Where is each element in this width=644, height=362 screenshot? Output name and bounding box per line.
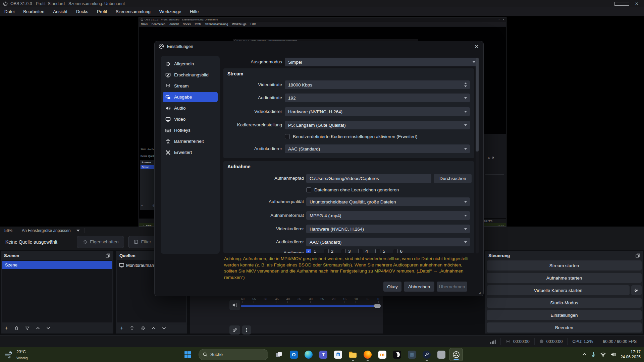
scene-filters-button[interactable]: [25, 326, 30, 330]
cancel-button[interactable]: Abbrechen: [404, 282, 434, 292]
recording-video-encoder-select[interactable]: Hardware (NVENC, H.264): [306, 225, 470, 233]
mute-button[interactable]: [229, 300, 240, 310]
properties-button[interactable]: Eigenschaften: [77, 236, 124, 248]
track-2-checkbox[interactable]: [324, 249, 329, 253]
mixer-settings-button[interactable]: [229, 325, 240, 335]
obs-icon: [452, 351, 460, 358]
menu-ansicht[interactable]: Ansicht: [49, 9, 72, 14]
video-bitrate-input[interactable]: 18000 Kbps: [285, 80, 470, 89]
tray-wifi-icon[interactable]: [600, 352, 606, 357]
start-button[interactable]: [181, 348, 195, 361]
sidebar-item-barrierefreiheit[interactable]: Barrierefreiheit: [163, 136, 218, 146]
sidebar-item-erscheinungsbild[interactable]: Erscheinungsbild: [163, 70, 218, 80]
output-mode-select[interactable]: Simpel: [285, 58, 478, 66]
filter-button[interactable]: Filter: [128, 236, 157, 248]
menu-datei[interactable]: Datei: [0, 9, 19, 14]
encoder-preset-select[interactable]: P5: Langsam (Gute Qualität): [285, 121, 470, 129]
menu-docks[interactable]: Docks: [72, 9, 93, 14]
tray-volume-icon[interactable]: [610, 352, 616, 357]
dialog-scrollbar[interactable]: [476, 58, 479, 253]
resize-grip[interactable]: ◢: [478, 291, 482, 295]
taskbar-app-store[interactable]: [331, 348, 345, 361]
maximize-button[interactable]: [614, 0, 629, 7]
scene-item[interactable]: Szene: [2, 261, 112, 269]
scrollbar-thumb[interactable]: [476, 58, 479, 152]
sidebar-item-hotkeys[interactable]: Hotkeys: [163, 125, 218, 135]
taskbar-app-edge[interactable]: [302, 348, 315, 361]
track-1-checkbox[interactable]: [306, 249, 311, 253]
track-6-checkbox[interactable]: [393, 249, 398, 253]
add-source-button[interactable]: +: [120, 325, 123, 331]
custom-encoder-checkbox[interactable]: Benutzerdefinierte Kodierereinstellungen…: [285, 134, 417, 139]
taskbar-app-steam[interactable]: [420, 348, 433, 361]
audio-encoder-select[interactable]: AAC (Standard): [285, 144, 470, 153]
track-5-checkbox[interactable]: [375, 249, 380, 253]
recording-path-input[interactable]: C:/Users/Gaming/Videos/Captures: [306, 174, 431, 183]
add-scene-button[interactable]: +: [5, 325, 8, 331]
start-virtual-camera-button[interactable]: Virtuelle Kamera starten: [487, 285, 630, 295]
close-button[interactable]: ✕: [629, 0, 644, 7]
tray-clock[interactable]: 17:1724.06.2025: [621, 350, 641, 360]
virtual-camera-settings-button[interactable]: [631, 285, 642, 295]
taskbar-app-moodle[interactable]: m: [376, 348, 389, 361]
source-down-button[interactable]: [162, 327, 166, 329]
no-space-filenames-checkbox[interactable]: Dateinamen ohne Leerzeichen generieren: [306, 187, 399, 192]
remove-scene-button[interactable]: [14, 326, 19, 330]
okay-button[interactable]: Okay: [383, 282, 401, 292]
volume-slider-handle[interactable]: [374, 304, 381, 308]
taskbar-app-explorer[interactable]: [346, 348, 360, 361]
scene-down-button[interactable]: [46, 327, 50, 329]
search-input[interactable]: Suche: [199, 349, 268, 360]
dialog-close-button[interactable]: ✕: [474, 44, 479, 50]
recording-audio-encoder-select[interactable]: AAC (Standard): [306, 238, 470, 246]
video-encoder-select[interactable]: Hardware (NVENC, H.264): [285, 107, 470, 116]
taskbar-app-firefox[interactable]: [361, 348, 374, 361]
zoom-dropdown-icon[interactable]: [76, 230, 80, 232]
stream-section-header: Stream: [227, 71, 243, 76]
source-up-button[interactable]: [152, 327, 156, 329]
menu-profil[interactable]: Profil: [93, 9, 111, 14]
popout-icon[interactable]: [106, 253, 110, 258]
source-properties-button[interactable]: [141, 326, 145, 330]
menu-hilfe[interactable]: Hilfe: [185, 9, 203, 14]
taskbar-app-teams[interactable]: T: [317, 348, 330, 361]
zoom-level[interactable]: 56%: [0, 228, 17, 233]
recording-path-label: Aufnahmepfad: [223, 174, 304, 183]
task-view-button[interactable]: [272, 348, 286, 361]
sidebar-item-video[interactable]: Video: [163, 114, 218, 124]
menu-werkzeuge[interactable]: Werkzeuge: [155, 9, 186, 14]
sidebar-item-audio[interactable]: Audio: [163, 103, 218, 113]
track-3-checkbox[interactable]: [341, 249, 346, 253]
browse-button[interactable]: Durchsuchen: [434, 174, 472, 183]
popout-icon[interactable]: [636, 253, 640, 258]
tray-microphone-icon[interactable]: [591, 352, 596, 357]
minimize-button[interactable]: —: [600, 0, 614, 7]
fit-to-window[interactable]: An Fenstergröße anpassen: [17, 228, 74, 233]
recording-format-select[interactable]: MPEG-4 (.mp4): [306, 211, 470, 220]
tray-chevron-icon[interactable]: [582, 353, 587, 356]
audio-bitrate-select[interactable]: 192: [285, 94, 470, 102]
sidebar-item-stream[interactable]: Stream: [163, 81, 218, 91]
menu-szenensammlung[interactable]: Szenensammlung: [111, 9, 155, 14]
exit-button[interactable]: Beenden: [487, 322, 642, 333]
taskbar-app-notes[interactable]: [405, 348, 419, 361]
remove-source-button[interactable]: [130, 326, 134, 330]
studio-mode-button[interactable]: Studio-Modus: [487, 298, 642, 308]
start-streaming-button[interactable]: Stream starten: [487, 260, 642, 270]
taskbar-app-obs-active[interactable]: [449, 348, 463, 361]
volume-slider-track[interactable]: [241, 305, 381, 307]
mixer-menu-kebab-icon[interactable]: •••: [242, 325, 251, 335]
apply-button-disabled[interactable]: Übernehmen: [437, 282, 467, 292]
menu-bearbeiten[interactable]: Bearbeiten: [19, 9, 49, 14]
track-4-checkbox[interactable]: [358, 249, 363, 253]
scene-up-button[interactable]: [36, 327, 40, 329]
start-recording-button[interactable]: Aufnahme starten: [487, 273, 642, 283]
settings-button[interactable]: Einstellungen: [487, 310, 642, 320]
sidebar-item-erweitert[interactable]: Erweitert: [163, 147, 218, 158]
sidebar-item-ausgabe[interactable]: Ausgabe: [163, 92, 218, 102]
taskbar-app-generic[interactable]: [435, 348, 448, 361]
taskbar-app-dark[interactable]: [390, 348, 404, 361]
taskbar-app-outlook[interactable]: O: [287, 348, 301, 361]
taskbar-weather-widget[interactable]: 23°CWindig: [5, 349, 28, 361]
recording-quality-select[interactable]: Ununterscheidbare Qualität, große Dateie…: [306, 197, 470, 206]
